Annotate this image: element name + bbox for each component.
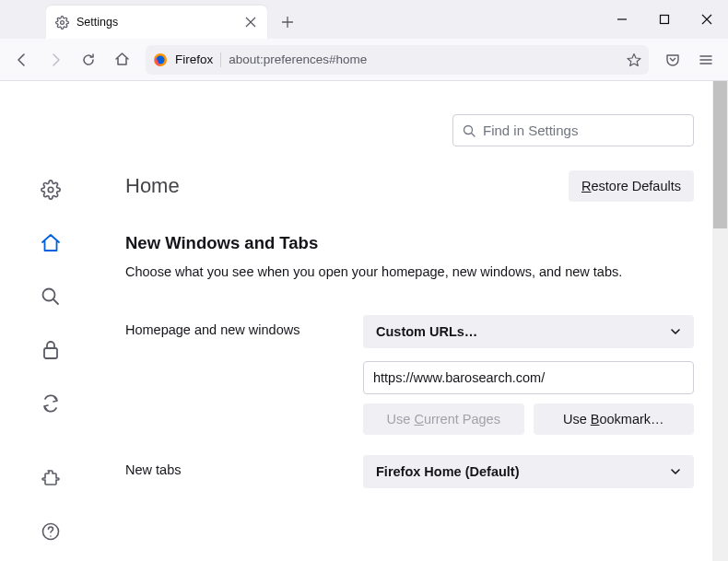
pocket-button[interactable]	[658, 45, 687, 75]
back-button[interactable]	[7, 45, 37, 75]
newtabs-select[interactable]: Firefox Home (Default)	[363, 455, 694, 488]
sidebar	[0, 81, 101, 561]
browser-tab[interactable]: Settings	[46, 6, 267, 39]
minimize-button[interactable]	[601, 6, 643, 33]
titlebar: Settings	[0, 0, 728, 39]
homepage-select-value: Custom URLs…	[376, 324, 477, 339]
gear-icon	[55, 16, 69, 29]
use-bookmark-button[interactable]: Use Bookmark…	[534, 403, 695, 435]
url-bar[interactable]: Firefox about:preferences#home	[146, 45, 649, 75]
svg-rect-1	[661, 16, 669, 24]
url-separator	[220, 53, 221, 67]
close-icon[interactable]	[243, 15, 258, 29]
search-icon	[463, 124, 476, 137]
firefox-icon	[153, 53, 168, 67]
newtabs-label: New tabs	[125, 455, 345, 477]
page-title: Home	[125, 174, 180, 198]
url-brand: Firefox	[175, 53, 213, 66]
close-window-button[interactable]	[686, 6, 728, 33]
toolbar: Firefox about:preferences#home	[0, 39, 728, 81]
newtabs-select-value: Firefox Home (Default)	[376, 464, 520, 479]
homepage-url-input[interactable]	[363, 361, 694, 394]
chevron-down-icon	[670, 326, 681, 337]
sidebar-item-sync[interactable]	[34, 387, 67, 420]
search-input[interactable]	[483, 123, 684, 138]
bookmark-star-icon[interactable]	[627, 53, 641, 67]
reload-button[interactable]	[74, 45, 103, 75]
svg-rect-6	[44, 348, 57, 358]
section-description: Choose what you see when you open your h…	[125, 263, 694, 282]
sidebar-item-help[interactable]	[34, 515, 67, 548]
scrollbar-track[interactable]	[712, 81, 728, 561]
scrollbar-thumb[interactable]	[713, 81, 727, 228]
restore-defaults-button[interactable]: Restore Defaults	[569, 170, 694, 202]
new-tab-button[interactable]	[275, 9, 300, 35]
sidebar-item-extensions[interactable]	[34, 462, 67, 495]
search-settings-box[interactable]	[452, 114, 694, 146]
sidebar-item-privacy[interactable]	[34, 333, 67, 367]
sidebar-item-home[interactable]	[34, 227, 67, 260]
url-path: about:preferences#home	[229, 53, 619, 66]
tab-title: Settings	[76, 16, 236, 29]
svg-point-4	[48, 187, 53, 193]
sidebar-item-general[interactable]	[34, 173, 67, 206]
homepage-label: Homepage and new windows	[125, 315, 345, 337]
sidebar-item-search[interactable]	[34, 280, 67, 313]
homepage-select[interactable]: Custom URLs…	[363, 315, 694, 348]
home-button[interactable]	[107, 45, 136, 75]
main-content: Home Restore Defaults New Windows and Ta…	[101, 81, 712, 561]
use-current-pages-button[interactable]: Use Current Pages	[363, 403, 524, 435]
forward-button[interactable]	[41, 45, 70, 75]
window-controls	[601, 0, 728, 39]
svg-point-0	[61, 20, 65, 24]
chevron-down-icon	[670, 466, 681, 477]
section-title: New Windows and Tabs	[125, 233, 694, 253]
content-area: Home Restore Defaults New Windows and Ta…	[0, 81, 728, 561]
maximize-button[interactable]	[643, 6, 686, 33]
app-menu-button[interactable]	[691, 45, 721, 75]
